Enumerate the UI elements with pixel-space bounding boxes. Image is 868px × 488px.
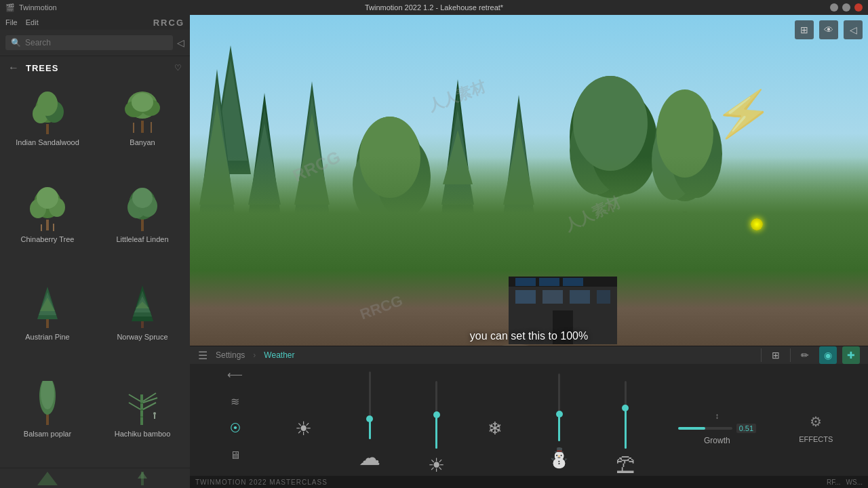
effects-label: EFFECTS	[799, 435, 833, 443]
minimize-button[interactable]	[830, 3, 838, 12]
svg-rect-39	[140, 416, 143, 418]
svg-line-43	[143, 403, 156, 409]
svg-point-4	[37, 92, 58, 116]
window-controls	[830, 3, 863, 12]
status-left: TWINMOTION 2022 MASTERCLASS	[195, 479, 328, 486]
sun2-slider-track[interactable]	[435, 381, 437, 449]
beach-control: ⛱	[616, 381, 635, 476]
tree-icon	[115, 380, 170, 427]
svg-rect-13	[41, 224, 42, 231]
svg-rect-14	[53, 224, 54, 231]
brush-button[interactable]: ✏	[796, 346, 814, 364]
close-button[interactable]	[854, 3, 863, 12]
viewport: ⚡ RRCG 人人素材 人人素材 RRCG ⊞ 👁 ◁ you can set …	[190, 15, 868, 488]
list-item[interactable]: Banyan	[95, 79, 190, 176]
plus-icon: ✚	[847, 350, 855, 361]
status-ws: WS...	[846, 479, 863, 486]
svg-marker-49	[138, 472, 147, 479]
logo-text: RRCG	[153, 18, 184, 28]
settings-breadcrumb[interactable]: Settings	[216, 350, 245, 360]
side-icon-3[interactable]: ⦿	[225, 418, 245, 439]
list-item[interactable]: Balsam poplar	[0, 371, 95, 468]
sun-control: ☀	[295, 418, 312, 440]
menu-toggle-icon[interactable]: ☰	[198, 349, 208, 362]
growth-slider-track[interactable]	[678, 427, 732, 430]
cloud-icon: ☁	[359, 445, 380, 470]
add-button[interactable]: ✚	[842, 346, 860, 364]
svg-point-45	[153, 412, 156, 415]
search-input[interactable]	[25, 38, 167, 47]
beach-slider-track[interactable]	[625, 381, 627, 449]
circle-button[interactable]: ◉	[819, 346, 837, 364]
snowman-icon: ⛄	[547, 447, 571, 469]
svg-rect-101	[542, 290, 563, 304]
season-slider-fill	[558, 414, 560, 441]
svg-line-44	[129, 403, 140, 409]
weather-control: ☁ Weather	[355, 371, 385, 485]
sun2-slider-thumb[interactable]	[433, 411, 440, 418]
brush-icon: ✏	[801, 350, 809, 361]
tree-label: Chinaberry Tree	[21, 235, 75, 243]
menu-items: File Edit	[5, 18, 39, 26]
search-wrapper: 🔍	[5, 35, 173, 50]
side-icon-4[interactable]: 🖥	[225, 445, 245, 466]
tree-icon	[20, 283, 75, 330]
titlebar: 🎬 Twinmotion Twinmotion 2022 1.2 - Lakeh…	[0, 0, 868, 15]
visibility-button[interactable]: 👁	[819, 20, 838, 39]
tree-icon	[20, 380, 75, 427]
layout-button[interactable]: ⊞	[795, 20, 814, 39]
subtitle-text: you can set this to 100%	[470, 330, 588, 342]
sun2-control: ☀	[428, 381, 445, 476]
svg-point-18	[37, 187, 58, 209]
svg-rect-5	[141, 121, 144, 133]
list-item[interactable]: Indian Sandalwood	[0, 79, 95, 176]
svg-point-23	[132, 188, 153, 208]
tree-icon	[115, 185, 170, 232]
svg-point-11	[132, 93, 153, 112]
window-title: Twinmotion 2022 1.2 - Lakehouse retreat*	[365, 3, 503, 12]
weather-slider-track[interactable]	[369, 371, 371, 439]
season-slider-thumb[interactable]	[556, 411, 563, 418]
sun2-slider-fill	[435, 415, 437, 449]
back-button[interactable]: ←	[8, 62, 19, 74]
collapse-button[interactable]: ◁	[177, 37, 184, 48]
tree-label: Norway Spruce	[117, 333, 167, 341]
list-item[interactable]: Hachiku bamboo	[95, 371, 190, 468]
list-item[interactable]: Littleleaf Linden	[95, 176, 190, 273]
list-item[interactable]: Norway Spruce	[95, 274, 190, 371]
list-item[interactable]: Chinaberry Tree	[0, 176, 95, 273]
season-slider-track[interactable]	[558, 373, 560, 441]
search-icon: 🔍	[11, 38, 21, 47]
trees-title: TREES	[26, 63, 58, 73]
side-icon-2[interactable]: ≋	[225, 391, 245, 411]
weather-slider-thumb[interactable]	[366, 415, 373, 422]
beach-slider-container	[625, 381, 627, 449]
svg-rect-97	[515, 278, 536, 286]
sidebar: File Edit RRCG 🔍 ◁ ← TREES ♡	[0, 15, 190, 488]
svg-marker-47	[37, 472, 58, 485]
subtitle: you can set this to 100%	[470, 330, 588, 342]
eye-icon: 👁	[824, 24, 833, 35]
edit-menu[interactable]: Edit	[26, 18, 39, 26]
snowflake-icon: ❄	[488, 418, 502, 439]
panel-collapse-button[interactable]: ◁	[844, 20, 863, 39]
tree-label: Indian Sandalwood	[16, 138, 79, 146]
svg-rect-7	[151, 122, 152, 133]
beach-slider-thumb[interactable]	[622, 405, 629, 411]
grid-view-button[interactable]: ⊞	[767, 346, 785, 364]
list-item[interactable]: Austrian Pine	[0, 274, 95, 371]
maximize-button[interactable]	[842, 3, 850, 12]
tree-label: Hachiku bamboo	[115, 430, 171, 438]
search-bar: 🔍 ◁	[0, 30, 190, 56]
season-slider-container	[558, 373, 560, 441]
file-menu[interactable]: File	[5, 18, 18, 26]
wave-icon: ≋	[231, 395, 239, 408]
layout-icon: ⊞	[800, 24, 808, 35]
favorite-button[interactable]: ♡	[174, 63, 182, 73]
dot-circle-icon: ⦿	[230, 422, 241, 434]
effects-icon: ⚙	[810, 413, 822, 430]
svg-rect-99	[563, 278, 583, 286]
side-icon-1[interactable]: ⟵	[225, 364, 245, 384]
svg-line-42	[129, 394, 140, 401]
tree-icon	[115, 88, 170, 136]
